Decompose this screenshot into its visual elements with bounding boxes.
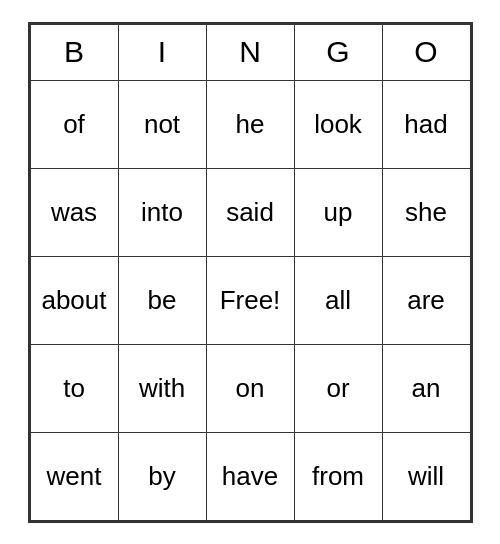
table-row: wasintosaidupshe bbox=[30, 168, 470, 256]
table-cell: about bbox=[30, 256, 118, 344]
table-cell: all bbox=[294, 256, 382, 344]
table-cell: look bbox=[294, 80, 382, 168]
table-cell: to bbox=[30, 344, 118, 432]
table-cell: by bbox=[118, 432, 206, 520]
table-cell: an bbox=[382, 344, 470, 432]
table-cell: went bbox=[30, 432, 118, 520]
table-cell: had bbox=[382, 80, 470, 168]
table-cell: not bbox=[118, 80, 206, 168]
table-cell: up bbox=[294, 168, 382, 256]
table-cell: he bbox=[206, 80, 294, 168]
table-cell: have bbox=[206, 432, 294, 520]
col-header-n: N bbox=[206, 24, 294, 80]
table-cell: with bbox=[118, 344, 206, 432]
table-cell: are bbox=[382, 256, 470, 344]
table-row: towithonoran bbox=[30, 344, 470, 432]
table-cell: was bbox=[30, 168, 118, 256]
col-header-i: I bbox=[118, 24, 206, 80]
table-cell: be bbox=[118, 256, 206, 344]
table-row: aboutbeFree!allare bbox=[30, 256, 470, 344]
table-cell: from bbox=[294, 432, 382, 520]
table-cell: on bbox=[206, 344, 294, 432]
bingo-table: B I N G O ofnothelookhadwasintosaidupshe… bbox=[30, 24, 471, 521]
table-row: wentbyhavefromwill bbox=[30, 432, 470, 520]
table-cell: of bbox=[30, 80, 118, 168]
bingo-card: B I N G O ofnothelookhadwasintosaidupshe… bbox=[28, 22, 473, 523]
header-row: B I N G O bbox=[30, 24, 470, 80]
table-cell: will bbox=[382, 432, 470, 520]
table-cell: said bbox=[206, 168, 294, 256]
col-header-o: O bbox=[382, 24, 470, 80]
bingo-body: ofnothelookhadwasintosaidupsheaboutbeFre… bbox=[30, 80, 470, 520]
table-cell: into bbox=[118, 168, 206, 256]
table-row: ofnothelookhad bbox=[30, 80, 470, 168]
col-header-g: G bbox=[294, 24, 382, 80]
table-cell: or bbox=[294, 344, 382, 432]
table-cell: Free! bbox=[206, 256, 294, 344]
table-cell: she bbox=[382, 168, 470, 256]
col-header-b: B bbox=[30, 24, 118, 80]
